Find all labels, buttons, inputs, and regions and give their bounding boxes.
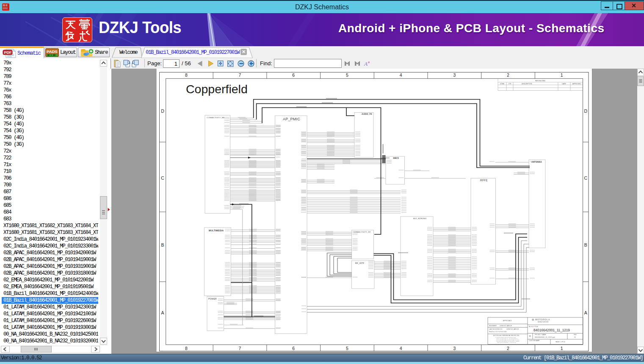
svg-text:7: 7 — [239, 72, 241, 78]
svg-text:PAGE 1 OF 56: PAGE 1 OF 56 — [556, 341, 565, 343]
svg-text:DESCRIPTION: DESCRIPTION — [522, 83, 532, 85]
svg-text:AP_PMIC: AP_PMIC — [283, 117, 300, 121]
svg-text:A: A — [364, 61, 368, 67]
svg-text:MOBILE DEVICES: MOBILE DEVICES — [538, 321, 548, 323]
svg-text:D: D — [584, 108, 588, 114]
svg-text:5: 5 — [346, 72, 348, 78]
svg-text:PDF: PDF — [4, 50, 12, 55]
svg-text:B: B — [161, 242, 164, 247]
svg-text:D: D — [529, 335, 531, 337]
svg-text:4: 4 — [400, 346, 402, 351]
svg-text:DATE: DATE — [562, 83, 566, 85]
svg-text:C: C — [584, 175, 588, 181]
svg-text:Ⓜ MOTOROLA: Ⓜ MOTOROLA — [532, 318, 550, 321]
svg-text:3: 3 — [453, 346, 456, 351]
svg-text:3: 3 — [453, 72, 456, 78]
svg-text:CUSTOM NAME: CUSTOM NAME — [529, 340, 540, 342]
svg-text:MOTOROLA CONFIDENTIAL RESTRICT: MOTOROLA CONFIDENTIAL RESTRICTED — [493, 335, 520, 336]
svg-text:PROJECT NAME: PROJECT NAME — [535, 334, 546, 336]
svg-text:BLOCK TITLE: BLOCK TITLE — [529, 326, 538, 328]
svg-text:Copperfield: Copperfield — [186, 82, 248, 96]
svg-text:LENOVO ARCH: LENOVO ARCH — [500, 325, 512, 327]
svg-text:ENGINEER:: ENGINEER: — [489, 325, 497, 327]
svg-text:5: 5 — [346, 346, 348, 351]
svg-text:CONNECTIVITY_BB: CONNECTIVITY_BB — [207, 117, 224, 119]
svg-text:LENOVO ARCH: LENOVO ARCH — [506, 328, 519, 330]
svg-text:XMCS: XMCS — [393, 157, 399, 159]
svg-text:AUDIO_FE: AUDIO_FE — [362, 113, 372, 115]
svg-text:6: 6 — [292, 346, 295, 351]
svg-text:RFFE: RFFE — [480, 179, 488, 182]
svg-text:a: a — [368, 60, 370, 64]
svg-text:ZONE: ZONE — [500, 83, 505, 85]
svg-text:Wed Dec 14 17:07:04 2016: Wed Dec 14 17:07:04 2016 — [489, 331, 506, 333]
svg-text:84016642001_11_1219.sym: 84016642001_11_1219.sym — [535, 336, 555, 338]
svg-text:8: 8 — [185, 346, 188, 351]
svg-text:COPYRIGHT MOTOROLA. THE RIGHTS: COPYRIGHT MOTOROLA. THE RIGHTS — [497, 342, 516, 343]
svg-text:BLK_WTR2965: BLK_WTR2965 — [413, 217, 427, 220]
svg-text:7: 7 — [239, 346, 241, 351]
svg-text:RF_INTF: RF_INTF — [355, 262, 364, 264]
svg-text:D: D — [161, 108, 164, 114]
svg-text:C: C — [161, 175, 164, 181]
svg-text:APPROVALS: APPROVALS — [503, 320, 512, 322]
svg-text:APPROVED: APPROVED — [572, 83, 581, 85]
svg-text:4: 4 — [400, 72, 402, 78]
svg-text:LTR: LTR — [509, 83, 511, 85]
svg-text:B: B — [584, 242, 587, 247]
svg-text:05: 05 — [574, 336, 576, 338]
svg-text:2: 2 — [507, 346, 509, 351]
svg-text:MULTIMEDIA: MULTIMEDIA — [209, 229, 224, 232]
svg-text:1: 1 — [561, 346, 563, 351]
svg-text:A: A — [584, 310, 587, 315]
svg-text:REV: REV — [574, 334, 577, 336]
svg-text:2: 2 — [507, 72, 509, 78]
svg-text:POWER: POWER — [208, 297, 217, 300]
svg-text:REVISIONS: REVISIONS — [535, 80, 545, 82]
svg-text:LAST MODIFIED BY:: LAST MODIFIED BY: — [489, 328, 503, 330]
svg-text:A: A — [161, 310, 164, 315]
svg-text:8: 8 — [185, 72, 188, 78]
svg-text:PADS: PADS — [47, 49, 58, 54]
svg-text:84016642001_11_1219: 84016642001_11_1219 — [533, 328, 570, 332]
svg-text:1: 1 — [561, 72, 563, 78]
svg-text:6: 6 — [292, 72, 295, 78]
